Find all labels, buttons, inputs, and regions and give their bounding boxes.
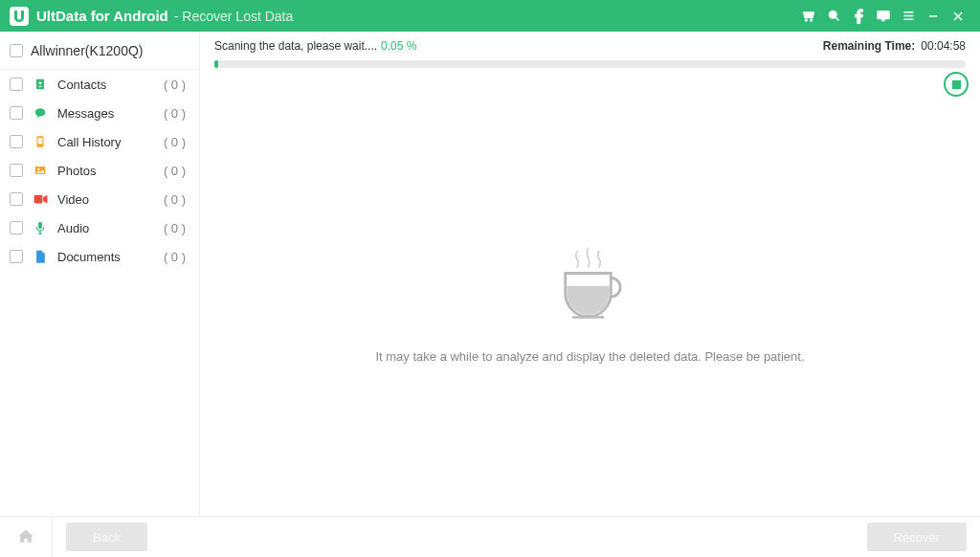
svg-rect-4 bbox=[878, 11, 889, 18]
app-logo-icon bbox=[10, 7, 29, 26]
svg-rect-15 bbox=[38, 138, 43, 144]
wait-message: It may take a while to analyze and displ… bbox=[200, 349, 980, 364]
remaining-time-label: Remaining Time: bbox=[823, 39, 915, 53]
category-count: ( 0 ) bbox=[164, 78, 186, 92]
category-checkbox[interactable] bbox=[10, 106, 23, 120]
category-row-contacts[interactable]: Contacts( 0 ) bbox=[0, 70, 199, 99]
status-text: Scaning the data, please wait.... bbox=[214, 39, 377, 53]
sidebar: Allwinner(K1200Q) Contacts( 0 )Messages(… bbox=[0, 32, 200, 516]
home-button[interactable] bbox=[13, 524, 38, 549]
category-row-photos[interactable]: Photos( 0 ) bbox=[0, 156, 199, 185]
documents-icon bbox=[33, 249, 48, 264]
close-icon[interactable] bbox=[946, 0, 970, 32]
app-title: UltData for Android bbox=[36, 8, 168, 24]
footer: Back Recover bbox=[0, 516, 980, 557]
category-count: ( 0 ) bbox=[164, 192, 186, 207]
category-checkbox[interactable] bbox=[10, 78, 23, 91]
titlebar: UltData for Android - Recover Lost Data bbox=[0, 0, 980, 32]
recover-button[interactable]: Recover bbox=[867, 523, 967, 551]
category-checkbox[interactable] bbox=[10, 221, 23, 234]
remaining-time-value: 00:04:58 bbox=[921, 39, 966, 53]
svg-line-3 bbox=[835, 17, 838, 20]
contacts-icon bbox=[33, 77, 48, 92]
category-label: Documents bbox=[57, 250, 154, 264]
svg-point-2 bbox=[829, 11, 836, 19]
category-count: ( 0 ) bbox=[164, 106, 186, 121]
photos-icon bbox=[33, 163, 48, 178]
category-checkbox[interactable] bbox=[10, 192, 23, 206]
svg-rect-18 bbox=[33, 195, 42, 204]
category-row-messages[interactable]: Messages( 0 ) bbox=[0, 99, 199, 127]
device-row[interactable]: Allwinner(K1200Q) bbox=[0, 32, 199, 70]
category-checkbox[interactable] bbox=[10, 135, 23, 148]
category-count: ( 0 ) bbox=[164, 135, 186, 149]
callhistory-icon bbox=[33, 134, 48, 149]
category-checkbox[interactable] bbox=[10, 164, 23, 177]
stop-button[interactable] bbox=[944, 72, 969, 97]
app-subtitle: - Recover Lost Data bbox=[174, 9, 294, 24]
category-label: Audio bbox=[57, 221, 154, 235]
svg-point-1 bbox=[811, 19, 813, 21]
svg-rect-19 bbox=[38, 221, 42, 229]
progress-fill bbox=[214, 60, 218, 68]
audio-icon bbox=[33, 220, 48, 235]
category-label: Call History bbox=[57, 135, 154, 149]
cart-icon[interactable] bbox=[796, 0, 821, 32]
svg-point-0 bbox=[805, 19, 807, 21]
category-label: Photos bbox=[57, 164, 154, 178]
category-row-call-history[interactable]: Call History( 0 ) bbox=[0, 127, 199, 156]
facebook-icon[interactable] bbox=[846, 0, 871, 32]
device-name: Allwinner(K1200Q) bbox=[31, 43, 144, 58]
category-row-audio[interactable]: Audio( 0 ) bbox=[0, 213, 199, 242]
search-icon[interactable] bbox=[821, 0, 846, 32]
device-checkbox[interactable] bbox=[10, 44, 23, 57]
main-area: Scaning the data, please wait.... 0.05 %… bbox=[200, 32, 980, 516]
menu-icon[interactable] bbox=[896, 0, 921, 32]
category-row-documents[interactable]: Documents( 0 ) bbox=[0, 242, 199, 271]
status-percent: 0.05 % bbox=[381, 39, 416, 53]
category-label: Video bbox=[57, 192, 154, 207]
messages-icon bbox=[33, 105, 48, 121]
category-label: Contacts bbox=[57, 78, 154, 92]
svg-point-17 bbox=[37, 168, 39, 170]
category-count: ( 0 ) bbox=[164, 250, 186, 264]
back-button[interactable]: Back bbox=[66, 523, 147, 551]
category-label: Messages bbox=[57, 106, 154, 121]
category-count: ( 0 ) bbox=[164, 164, 186, 178]
svg-point-13 bbox=[35, 108, 46, 116]
progress-bar bbox=[214, 60, 966, 68]
coffee-cup-icon bbox=[551, 245, 630, 326]
category-checkbox[interactable] bbox=[10, 250, 23, 263]
category-row-video[interactable]: Video( 0 ) bbox=[0, 185, 199, 213]
minimize-icon[interactable] bbox=[921, 0, 946, 32]
video-icon bbox=[33, 191, 48, 207]
svg-point-12 bbox=[39, 81, 42, 84]
category-count: ( 0 ) bbox=[164, 221, 186, 235]
feedback-icon[interactable] bbox=[871, 0, 896, 32]
